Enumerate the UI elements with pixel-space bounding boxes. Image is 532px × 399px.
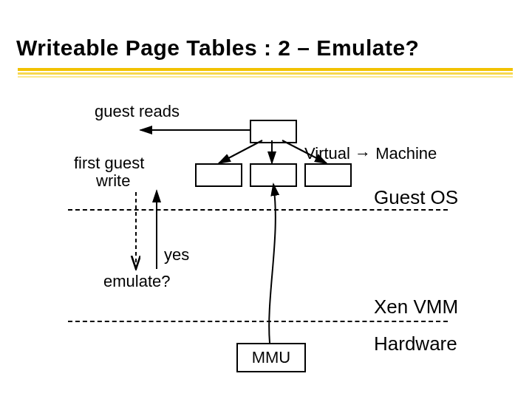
svg-line-3 <box>282 140 327 163</box>
arrows <box>0 0 532 399</box>
slide: Writeable Page Tables : 2 – Emulate? gue… <box>0 0 532 399</box>
svg-line-1 <box>219 140 262 163</box>
